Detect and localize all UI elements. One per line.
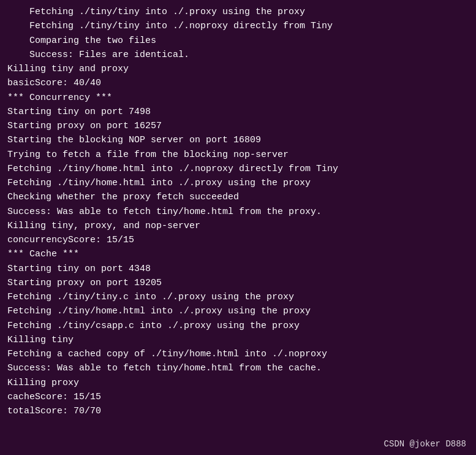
terminal-line: Fetching ./tiny/home.html into ./.noprox… xyxy=(7,162,469,176)
terminal-line: Fetching ./tiny/tiny into ./.noproxy dir… xyxy=(7,19,469,33)
watermark: CSDN @joker D888 xyxy=(384,439,466,449)
terminal-line: Fetching ./tiny/home.html into ./.proxy … xyxy=(7,304,469,318)
terminal-line: Starting tiny on port 7498 xyxy=(7,105,469,119)
terminal-line: Killing tiny xyxy=(7,333,469,347)
terminal-line: basicScore: 40/40 xyxy=(7,76,469,90)
terminal-line: Killing tiny, proxy, and nop-server xyxy=(7,219,469,233)
terminal-line: Fetching ./tiny/tiny into ./.proxy using… xyxy=(7,5,469,19)
terminal-line: Fetching ./tiny/csapp.c into ./.proxy us… xyxy=(7,319,469,333)
terminal-line: Fetching ./tiny/tiny.c into ./.proxy usi… xyxy=(7,290,469,304)
terminal-line: *** Cache *** xyxy=(7,247,469,261)
terminal-line: Checking whether the proxy fetch succeed… xyxy=(7,190,469,204)
terminal-line: Fetching a cached copy of ./tiny/home.ht… xyxy=(7,347,469,361)
terminal-output: Fetching ./tiny/tiny into ./.proxy using… xyxy=(0,0,476,423)
terminal-line: Starting proxy on port 16257 xyxy=(7,119,469,133)
terminal-line: Success: Was able to fetch tiny/home.htm… xyxy=(7,361,469,375)
terminal-line: Success: Files are identical. xyxy=(7,48,469,62)
terminal-line: Starting proxy on port 19205 xyxy=(7,276,469,290)
terminal-line: Starting tiny on port 4348 xyxy=(7,262,469,276)
terminal-line: Killing proxy xyxy=(7,376,469,390)
terminal-line: Starting the blocking NOP server on port… xyxy=(7,133,469,147)
terminal-line: *** Concurrency *** xyxy=(7,91,469,105)
terminal-line: Success: Was able to fetch tiny/home.htm… xyxy=(7,205,469,219)
terminal-line: concurrencyScore: 15/15 xyxy=(7,233,469,247)
terminal-line: Comparing the two files xyxy=(7,34,469,48)
terminal-line: Killing tiny and proxy xyxy=(7,62,469,76)
terminal-line: totalScore: 70/70 xyxy=(7,404,469,418)
terminal-line: Fetching ./tiny/home.html into ./.proxy … xyxy=(7,176,469,190)
terminal-line: cacheScore: 15/15 xyxy=(7,390,469,404)
terminal-line: Trying to fetch a file from the blocking… xyxy=(7,148,469,162)
